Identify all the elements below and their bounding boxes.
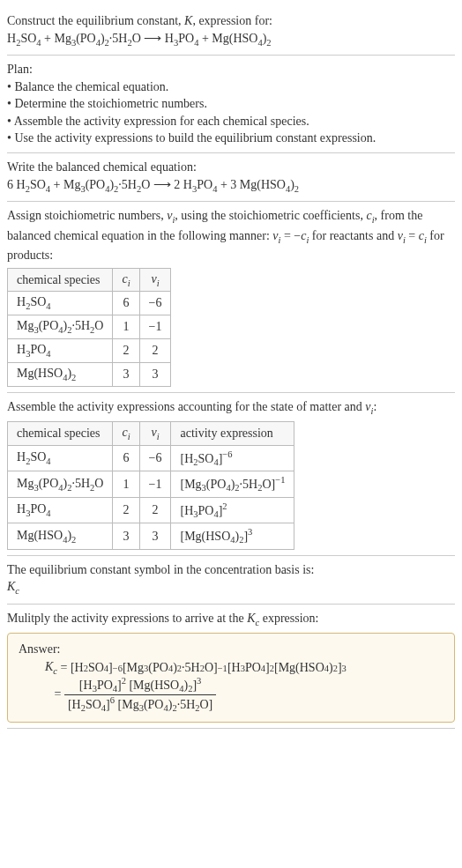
col-vi: νi [139,268,171,292]
ci-cell: 1 [113,315,139,339]
species-cell: Mg(HSO4)2 [8,362,113,386]
ci-cell: 1 [113,471,139,497]
assign-section: Assign stoichiometric numbers, νi, using… [7,202,455,393]
table-row: Mg(HSO4)2 3 3 [8,362,171,386]
species-cell: Mg3(PO4)2·5H2O [8,471,113,497]
table-row: Mg3(PO4)2·5H2O 1 −1 [8,315,171,339]
intro-section: Construct the equilibrium constant, K, e… [7,7,455,56]
denominator: [H2SO4]6 [Mg3(PO4)2·5H2O] [64,695,216,713]
vi-cell: −6 [139,292,171,315]
col-species: chemical species [8,422,113,446]
plan-item: • Assemble the activity expression for e… [7,113,455,130]
vi-cell: 3 [139,523,171,549]
col-vi: νi [139,422,171,446]
multiply-section: Mulitply the activity expressions to arr… [7,605,455,729]
species-cell: H2SO4 [8,292,113,315]
intro-equation: H2SO4 + Mg3(PO4)2·5H2O ⟶ H3PO4 + Mg(HSO4… [7,30,455,49]
activity-cell: [H2SO4]−6 [171,445,294,471]
plan-item: • Balance the chemical equation. [7,78,455,96]
species-cell: Mg3(PO4)2·5H2O [8,315,113,339]
ci-cell: 2 [113,339,139,363]
activity-cell: [H3PO4]2 [171,497,294,523]
table-row: H3PO4 2 2 [8,339,171,363]
activity-cell: [Mg(HSO4)2]3 [171,523,294,549]
fraction: [H3PO4]2 [Mg(HSO4)2]3 [H2SO4]6 [Mg3(PO4)… [64,676,216,713]
intro-line1: Construct the equilibrium constant, K, e… [7,12,455,30]
col-ci: ci [113,422,139,446]
vi-cell: 2 [139,339,171,363]
vi-cell: −1 [139,471,171,497]
table-row: H2SO4 6 −6 [H2SO4]−6 [8,445,294,471]
col-species: chemical species [8,268,113,292]
kc-line1: Kc = [H2SO4]−6 [Mg3(PO4)2·5H2O]−1 [H3PO4… [45,660,443,676]
balanced-title: Write the balanced chemical equation: [7,159,455,176]
table-header-row: chemical species ci νi activity expressi… [8,422,294,446]
plan-title: Plan: [7,61,455,78]
answer-box: Answer: Kc = [H2SO4]−6 [Mg3(PO4)2·5H2O]−… [7,633,455,723]
ci-cell: 2 [113,497,139,523]
symbol-kc: Kc [7,578,455,597]
plan-item: • Use the activity expressions to build … [7,130,455,147]
table-row: Mg(HSO4)2 3 3 [Mg(HSO4)2]3 [8,523,294,549]
col-ci: ci [113,268,139,292]
plan-section: Plan: • Balance the chemical equation. •… [7,56,455,153]
vi-cell: 2 [139,497,171,523]
activity-cell: [Mg3(PO4)2·5H2O]−1 [171,471,294,497]
plan-item: • Determine the stoichiometric numbers. [7,95,455,113]
table-header-row: chemical species ci νi [8,268,171,292]
col-activity: activity expression [171,422,294,446]
ci-cell: 6 [113,445,139,471]
activity-table: chemical species ci νi activity expressi… [7,421,294,550]
species-cell: H3PO4 [8,339,113,363]
species-cell: H2SO4 [8,445,113,471]
species-cell: Mg(HSO4)2 [8,523,113,549]
symbol-line1: The equilibrium constant symbol in the c… [7,561,455,579]
activity-section: Assemble the activity expressions accoun… [7,393,455,556]
vi-cell: −6 [139,445,171,471]
ci-cell: 3 [113,523,139,549]
stoich-table: chemical species ci νi H2SO4 6 −6 Mg3(PO… [7,268,171,387]
ci-cell: 3 [113,362,139,386]
activity-text: Assemble the activity expressions accoun… [7,398,455,418]
species-cell: H3PO4 [8,497,113,523]
vi-cell: 3 [139,362,171,386]
assign-text: Assign stoichiometric numbers, νi, using… [7,207,455,264]
multiply-text: Mulitply the activity expressions to arr… [7,610,455,629]
numerator: [H3PO4]2 [Mg(HSO4)2]3 [64,676,216,694]
ci-cell: 6 [113,292,139,315]
answer-label: Answer: [19,642,443,657]
answer-content: Kc = [H2SO4]−6 [Mg3(PO4)2·5H2O]−1 [H3PO4… [19,660,443,713]
balanced-section: Write the balanced chemical equation: 6 … [7,153,455,202]
table-row: H2SO4 6 −6 [8,292,171,315]
kc-line2: = [H3PO4]2 [Mg(HSO4)2]3 [H2SO4]6 [Mg3(PO… [45,676,443,713]
symbol-section: The equilibrium constant symbol in the c… [7,556,455,605]
table-row: Mg3(PO4)2·5H2O 1 −1 [Mg3(PO4)2·5H2O]−1 [8,471,294,497]
table-row: H3PO4 2 2 [H3PO4]2 [8,497,294,523]
balanced-equation: 6 H2SO4 + Mg3(PO4)2·5H2O ⟶ 2 H3PO4 + 3 M… [7,176,455,196]
vi-cell: −1 [139,315,171,339]
